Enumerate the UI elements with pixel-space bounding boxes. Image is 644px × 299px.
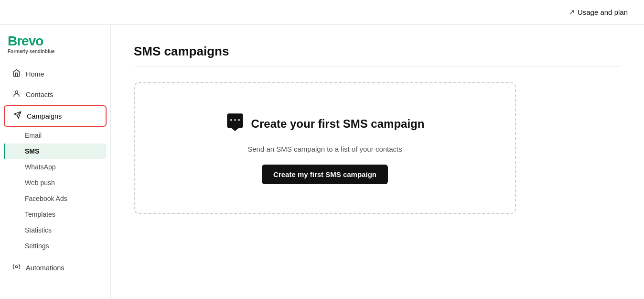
sidebar: Brevo Formerly sendinblue Home [0,25,111,299]
empty-state-description: Send an SMS campaign to a list of your c… [247,145,402,153]
sidebar-item-sms-label: SMS [25,147,39,155]
empty-state-card: Create your first SMS campaign Send an S… [134,82,516,214]
top-bar: ↗ Usage and plan [0,0,644,25]
sidebar-item-settings[interactable]: Settings [4,238,107,254]
sidebar-item-web-push[interactable]: Web push [4,175,107,190]
app-layout: Brevo Formerly sendinblue Home [0,25,644,299]
logo-formerly: Formerly sendinblue [8,49,103,54]
divider [134,66,621,67]
sidebar-item-statistics[interactable]: Statistics [4,222,107,238]
sidebar-item-email-label: Email [25,132,42,139]
sidebar-item-web-push-label: Web push [25,179,55,187]
create-first-campaign-button[interactable]: Create my first SMS campaign [262,165,388,184]
sidebar-item-templates[interactable]: Templates [4,207,107,222]
sidebar-item-sms[interactable]: SMS [4,144,107,159]
sidebar-item-home[interactable]: Home [4,64,107,84]
sidebar-item-email[interactable]: Email [4,128,107,143]
page-title: SMS campaigns [134,44,621,59]
sidebar-item-whatsapp-label: WhatsApp [25,163,56,171]
empty-state-header: Create your first SMS campaign [225,112,425,135]
sidebar-item-contacts-label: Contacts [26,91,53,99]
sidebar-item-whatsapp[interactable]: WhatsApp [4,159,107,175]
sidebar-item-settings-label: Settings [25,242,49,250]
sidebar-item-facebook-ads[interactable]: Facebook Ads [4,191,107,206]
usage-plan-button[interactable]: ↗ Usage and plan [564,5,633,20]
sidebar-item-automations-label: Automations [26,264,64,272]
sidebar-item-campaigns-label: Campaigns [27,112,62,120]
sidebar-item-templates-label: Templates [25,210,55,218]
automations-icon [11,263,21,273]
usage-plan-icon: ↗ [569,8,575,17]
sidebar-item-contacts[interactable]: Contacts [4,85,107,104]
logo-brand: Brevo [8,34,103,48]
sidebar-item-automations[interactable]: Automations [4,258,107,277]
sidebar-item-campaigns[interactable]: Campaigns [4,105,107,127]
contacts-icon [11,89,21,100]
campaigns-icon [12,111,22,121]
sidebar-item-statistics-label: Statistics [25,226,52,234]
main-content: SMS campaigns Create your first SMS camp… [111,25,644,299]
usage-plan-label: Usage and plan [578,8,628,16]
campaigns-sub-nav: Email SMS WhatsApp Web push Facebook Ads… [0,127,110,254]
sidebar-item-home-label: Home [26,70,44,78]
sms-bubble-icon [225,112,245,135]
empty-state-title: Create your first SMS campaign [251,117,425,131]
home-icon [11,69,21,79]
logo-area: Brevo Formerly sendinblue [0,31,110,64]
sidebar-item-facebook-ads-label: Facebook Ads [25,195,67,202]
svg-point-0 [15,91,18,94]
svg-point-3 [15,266,17,267]
